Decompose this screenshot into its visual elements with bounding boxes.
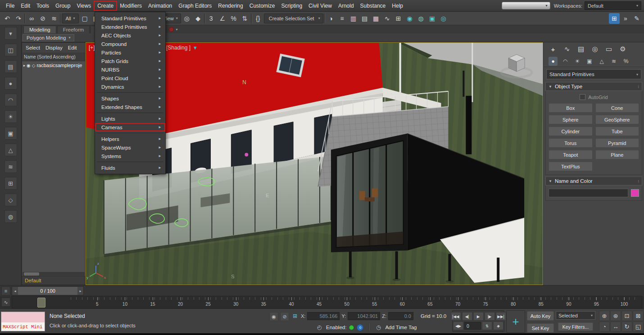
object-type-button[interactable]: Torus <box>549 138 593 148</box>
timeline-tick[interactable]: 80 <box>499 296 527 308</box>
menu-animation[interactable]: Animation <box>145 1 175 10</box>
track-bar[interactable]: 5 10 15 20 25 30 <box>12 296 642 308</box>
create-patch-grids[interactable]: Patch Grids ► <box>95 57 165 65</box>
toggle-ribbon-icon[interactable]: ▦ ▾ <box>371 13 381 24</box>
display-groups-icon[interactable]: ⊞ <box>5 177 17 190</box>
zoom-all-icon[interactable]: ⊛ <box>610 311 621 321</box>
tab-freeform[interactable]: Freeform <box>57 26 90 33</box>
utilities-tab[interactable]: ⚙ <box>617 44 628 54</box>
timeline-tick[interactable]: 10 <box>111 296 139 308</box>
toolbar-item[interactable]: ▾ <box>204 14 205 23</box>
create-spacewarps[interactable]: SpaceWarps ► <box>95 143 165 152</box>
maximize-viewport-icon[interactable]: ◱ <box>633 321 644 332</box>
cameras-category[interactable]: ▣ <box>585 57 594 66</box>
select-object-icon[interactable]: ▢ ▾ <box>79 13 90 24</box>
object-type-button[interactable]: Teapot <box>549 150 593 159</box>
display-influences-icon[interactable]: ◫ <box>5 44 17 56</box>
set-keys-button[interactable]: + <box>506 310 525 333</box>
use-center-icon[interactable]: ◎ ▾ <box>181 13 192 24</box>
open-mini-listener-icon[interactable]: ≡ <box>1 286 10 295</box>
y-coordinate-field[interactable]: 1042.901 <box>348 312 380 320</box>
geometry-category[interactable]: ● <box>549 57 558 66</box>
menu-create[interactable]: Create <box>94 1 117 10</box>
maxscript-label-field[interactable]: MAXScript Mini <box>1 322 45 331</box>
transform-typein-icon[interactable]: ⊞ <box>291 312 299 320</box>
viewport-shading-menu[interactable]: [Shading ] ▼ <box>166 45 198 51</box>
add-time-tag-button[interactable]: Add Time Tag <box>385 325 417 330</box>
display-tab[interactable]: ▭ <box>603 44 614 54</box>
zoom-extents-icon[interactable]: ⊡ <box>621 311 632 321</box>
display-cameras-icon[interactable]: ▣ <box>5 127 17 140</box>
create-tab[interactable]: + <box>548 44 558 54</box>
explorer-column-header[interactable]: Name (Sorted Ascending) <box>22 53 85 61</box>
display-lights-icon[interactable]: ☀ <box>5 110 17 123</box>
rendered-frame-icon[interactable]: ▣ ▾ <box>427 13 438 24</box>
unlink-selection-icon[interactable]: ⊘ ▾ <box>37 13 48 24</box>
timeline-tick[interactable]: 5 <box>83 296 111 308</box>
create-menu-item[interactable]: ► <box>97 113 163 113</box>
timeline-tick[interactable]: 35 <box>250 296 278 308</box>
undo-icon[interactable]: ↶ ▾ <box>2 13 13 24</box>
modify-tab[interactable]: ∿ <box>562 44 572 54</box>
rollout-header[interactable]: ▼ Name and Color ⁝ <box>545 177 642 186</box>
previous-frame-button[interactable]: ◀| <box>462 312 472 321</box>
explorer-menu-select[interactable]: Select <box>26 45 40 50</box>
menu-group[interactable]: Group <box>52 1 73 10</box>
rollout-pin-icon[interactable]: ⁝ <box>638 179 639 183</box>
redo-icon[interactable]: ↷ ▾ <box>13 13 24 24</box>
object-type-button[interactable]: Plane <box>595 150 639 159</box>
mirror-icon[interactable]: ◑ ▾ <box>326 13 336 24</box>
timeline-tick[interactable]: 70 <box>444 296 472 308</box>
menu-scripting[interactable]: Scripting <box>278 1 305 10</box>
spinner-snap-icon[interactable]: ⇅ ▾ <box>240 13 250 24</box>
display-helpers-icon[interactable]: △ <box>5 144 17 156</box>
create-extended-primitives[interactable]: Extended Primitives ► <box>95 23 165 31</box>
polygon-modeling-panel[interactable]: Polygon Modeling ▾ <box>23 34 74 41</box>
menu-edit[interactable]: Edit <box>18 1 33 10</box>
eye-icon[interactable]: ◉ <box>27 63 31 68</box>
curve-editor-icon[interactable]: ∿ ▾ <box>382 13 393 24</box>
timeline-tick[interactable]: 20 <box>167 296 195 308</box>
toggle-scene-explorer-icon[interactable]: ▥ ▾ <box>348 13 359 24</box>
menu-customize[interactable]: Customize <box>246 1 278 10</box>
play-button[interactable]: ▶ <box>473 312 484 321</box>
timeline-tick[interactable]: 30 <box>222 296 250 308</box>
timeline-tick[interactable]: 15 <box>139 296 167 308</box>
toolbar-item[interactable]: ▾ <box>24 14 26 23</box>
viewport-layout-icon[interactable]: ⊞ <box>609 13 620 24</box>
menu-file[interactable]: File <box>3 1 18 10</box>
zoom-icon[interactable]: ⊕ <box>599 311 610 321</box>
open-curve-editor-icon[interactable]: ∿ <box>1 298 10 307</box>
key-step-icon[interactable]: ◀▶ <box>453 321 463 330</box>
menu-tools[interactable]: Tools <box>33 1 52 10</box>
time-slider-track[interactable]: 0 / 100 <box>18 287 77 295</box>
tab-modeling[interactable]: Modeling <box>23 26 56 33</box>
enabled-badge[interactable]: 0 <box>357 324 363 331</box>
subcategory-dropdown[interactable]: Standard Primitives ▾ <box>546 69 641 79</box>
select-and-link-icon[interactable]: ∞ ▾ <box>26 13 37 24</box>
display-spacewarps-icon[interactable]: ≋ <box>5 160 17 173</box>
maxscript-mini-listener[interactable]: MAXScript Mini <box>1 312 45 331</box>
frame-number-field[interactable]: 0 <box>464 322 481 330</box>
create-lights[interactable]: Lights ► <box>95 114 165 123</box>
display-shapes-icon[interactable]: ◠ <box>5 94 17 106</box>
viewport-filter-icon[interactable]: ▼ <box>193 45 198 50</box>
object-type-button[interactable]: Pyramid <box>595 138 639 148</box>
explorer-scrollbar[interactable] <box>23 272 85 276</box>
angle-snap-icon[interactable]: ∠ ▾ <box>217 13 228 24</box>
record-icon[interactable] <box>169 27 174 32</box>
frame-spinner-icon[interactable]: ⇅ <box>482 321 492 330</box>
select-and-manipulate-icon[interactable]: ◆ ▾ <box>193 13 204 24</box>
menu-arnold[interactable]: Arnold <box>335 1 357 10</box>
toolbar-item[interactable]: ▾ <box>60 14 61 23</box>
toolbar-item[interactable]: ▾ <box>251 14 252 23</box>
object-name-field[interactable] <box>549 189 628 197</box>
create-shapes[interactable]: Shapes ► <box>95 94 165 103</box>
object-type-button[interactable]: GeoSphere <box>595 115 639 124</box>
time-slider[interactable]: ◂ 0 / 100 ▸ <box>12 286 84 295</box>
key-mode-icon[interactable]: ◈ <box>493 321 503 330</box>
menu-rendering[interactable]: Rendering <box>215 1 246 10</box>
helpers-category[interactable]: △ <box>597 57 606 66</box>
create-particles[interactable]: Particles ► <box>95 48 165 57</box>
rollout-header[interactable]: ▼ Object Type ⁝ <box>545 82 642 91</box>
